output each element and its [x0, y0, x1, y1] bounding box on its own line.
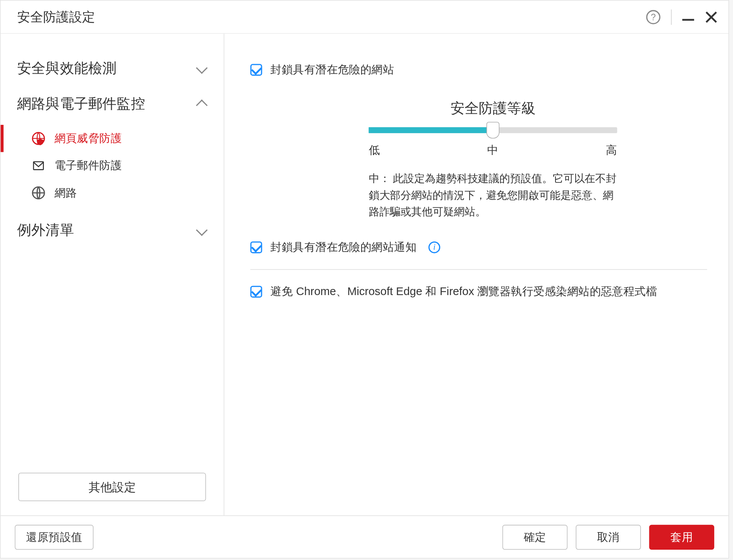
slider-label-low: 低	[369, 143, 380, 158]
slider-track[interactable]	[369, 127, 617, 133]
content-panel: 封鎖具有潛在危險的網站 安全防護等級 低 中 高 中： 此設定為趨勢科技建議的預…	[224, 34, 728, 515]
sidebar: 安全與效能檢測 網路與電子郵件監控 網頁威脅防護 電子	[1, 34, 224, 515]
protection-level-block: 安全防護等級 低 中 高 中： 此設定為趨勢科技建議的預設值。它可以在不封鎖大部…	[369, 99, 617, 221]
sidebar-section-network-mail[interactable]: 網路與電子郵件監控	[1, 86, 224, 121]
sidebar-section-exceptions[interactable]: 例外清單	[1, 212, 224, 248]
button-label: 取消	[597, 529, 620, 544]
titlebar: 安全防護設定 ?	[1, 1, 728, 34]
cancel-button[interactable]: 取消	[576, 524, 641, 549]
restore-defaults-button[interactable]: 還原預設值	[15, 524, 94, 549]
info-icon[interactable]: i	[428, 241, 440, 253]
sidebar-item-label: 網頁威脅防護	[55, 131, 122, 146]
slider-labels: 低 中 高	[369, 143, 617, 158]
mail-icon	[31, 158, 46, 173]
titlebar-divider	[671, 9, 672, 24]
sidebar-item-label: 電子郵件防護	[55, 158, 122, 173]
minimize-icon[interactable]	[682, 19, 694, 21]
slider-fill	[369, 127, 493, 133]
slider-label-mid: 中	[487, 143, 498, 158]
check-block-notifications: 封鎖具有潛在危險的網站通知 i	[250, 235, 707, 260]
sidebar-item-label: 網路	[55, 185, 77, 200]
sidebar-section-label: 安全與效能檢測	[17, 58, 116, 77]
apply-button[interactable]: 套用	[649, 524, 714, 549]
other-settings-label: 其他設定	[89, 479, 136, 495]
button-label: 套用	[670, 529, 693, 544]
chevron-down-icon	[196, 62, 208, 74]
check-label: 避免 Chrome、Microsoft Edge 和 Firefox 瀏覽器執行…	[270, 284, 657, 299]
slider-label-high: 高	[606, 143, 617, 158]
globe-shield-icon	[31, 131, 46, 146]
globe-net-icon	[31, 185, 46, 200]
button-label: 確定	[524, 529, 546, 544]
check-label: 封鎖具有潛在危險的網站通知	[270, 239, 417, 255]
ok-button[interactable]: 確定	[502, 524, 568, 549]
help-icon[interactable]: ?	[646, 10, 660, 24]
sidebar-item-network[interactable]: 網路	[1, 179, 224, 207]
sidebar-item-web-threat[interactable]: 網頁威脅防護	[1, 125, 224, 152]
sidebar-section-label: 例外清單	[17, 221, 74, 240]
sidebar-section-security-performance[interactable]: 安全與效能檢測	[1, 50, 224, 86]
sidebar-spacer	[1, 248, 224, 473]
window-controls: ?	[646, 9, 718, 24]
close-icon[interactable]	[705, 10, 718, 23]
sidebar-subitems: 網頁威脅防護 電子郵件防護 網路	[1, 121, 224, 213]
checkbox-browser-protection[interactable]	[250, 286, 262, 297]
slider-thumb[interactable]	[486, 122, 499, 138]
sidebar-section-label: 網路與電子郵件監控	[17, 94, 145, 113]
check-browser-protection: 避免 Chrome、Microsoft Edge 和 Firefox 瀏覽器執行…	[250, 279, 707, 304]
settings-window: 安全防護設定 ? 安全與效能檢測 網路與電子郵件監控	[0, 0, 729, 558]
body-area: 安全與效能檢測 網路與電子郵件監控 網頁威脅防護 電子	[1, 34, 728, 515]
other-settings-button[interactable]: 其他設定	[18, 473, 206, 501]
checkbox-block-notifications[interactable]	[250, 241, 262, 253]
checkbox-block-risky-sites[interactable]	[250, 64, 262, 76]
check-label: 封鎖具有潛在危險的網站	[270, 62, 394, 77]
window-title: 安全防護設定	[17, 8, 646, 26]
divider	[250, 269, 707, 270]
check-block-risky-sites: 封鎖具有潛在危險的網站	[250, 57, 707, 82]
chevron-up-icon	[196, 100, 208, 111]
sidebar-item-mail-protect[interactable]: 電子郵件防護	[1, 152, 224, 179]
slider-description: 中： 此設定為趨勢科技建議的預設值。它可以在不封鎖大部分網站的情況下，避免您開啟…	[369, 171, 617, 221]
button-label: 還原預設值	[26, 529, 82, 544]
slider-title: 安全防護等級	[369, 99, 617, 118]
chevron-down-icon	[196, 224, 208, 236]
footer: 還原預設值 確定 取消 套用	[1, 515, 728, 558]
